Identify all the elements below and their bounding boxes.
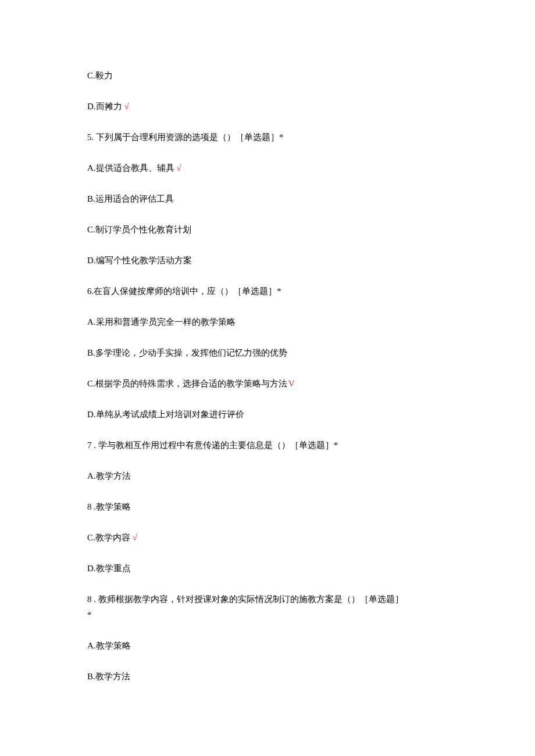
option-c: C.根据学员的特殊需求，选择合适的教学策略与方法V (87, 378, 448, 390)
option-c: C.制订学员个性化教育计划 (87, 224, 448, 236)
option-b: B.多学理论，少动手实操，发挥他们记忆力强的优势 (87, 347, 448, 359)
option-d: D.单纯从考试成绩上对培训对象进行评价 (87, 409, 448, 421)
question-stem: 6.在盲人保健按摩师的培训中，应（）［单选题］* (87, 285, 448, 298)
option-c: C.毅力 (87, 70, 448, 82)
option-a: A.提供适合教具、辅具√ (87, 162, 448, 174)
check-mark-icon: √ (133, 533, 137, 542)
option-a: A.教学方法 (87, 470, 448, 482)
check-mark-icon: V (288, 379, 295, 388)
option-c: C.教学内容√ (87, 532, 448, 544)
option-a: A.采用和普通学员完全一样的教学策略 (87, 316, 448, 328)
question-stem: 5. 下列属于合理利用资源的选项是（）［单选题］* (87, 131, 448, 144)
option-text: C.教学内容 (87, 533, 130, 542)
option-text: D.教学重点 (87, 564, 131, 573)
question-text-line2: * (87, 609, 448, 621)
option-text: C.毅力 (87, 71, 113, 80)
question-stem: 7 . 学与教相互作用过程中有意传递的主要信息是（）［单选题］* (87, 439, 448, 452)
option-b: B.运用适合的评估工具 (87, 193, 448, 205)
option-b: B.教学方法 (87, 671, 448, 683)
question-text: 7 . 学与教相互作用过程中有意传递的主要信息是（）［单选题］* (87, 440, 338, 450)
question-text: 5. 下列属于合理利用资源的选项是（）［单选题］* (87, 132, 284, 142)
question-text-line1: 8 . 教师根据教学内容，针对授课对象的实际情况制订的施教方案是（）［单选题］ (87, 593, 448, 605)
option-text: B.教学方法 (87, 672, 130, 681)
option-text: A.提供适合教具、辅具 (87, 163, 174, 173)
option-text: C.根据学员的特殊需求，选择合适的教学策略与方法 (87, 379, 287, 388)
option-text: D.单纯从考试成绩上对培训对象进行评价 (87, 410, 244, 419)
option-text: A.教学策略 (87, 641, 131, 650)
option-text: B.运用适合的评估工具 (87, 194, 174, 203)
option-text: A.采用和普通学员完全一样的教学策略 (87, 317, 236, 327)
option-text: D.编写个性化教学活动方案 (87, 256, 192, 265)
option-text: B.多学理论，少动手实操，发挥他们记忆力强的优势 (87, 348, 287, 357)
option-text: 8 .教学策略 (87, 502, 131, 511)
option-d: D.而摊力√ (87, 101, 448, 113)
question-text: 6.在盲人保健按摩师的培训中，应（）［单选题］* (87, 286, 281, 296)
option-a: A.教学策略 (87, 640, 448, 652)
check-mark-icon: √ (177, 163, 181, 173)
option-d: D.编写个性化教学活动方案 (87, 255, 448, 267)
option-d: D.教学重点 (87, 562, 448, 575)
option-text: C.制订学员个性化教育计划 (87, 225, 191, 234)
option-b: 8 .教学策略 (87, 501, 448, 513)
option-text: D.而摊力 (87, 102, 122, 111)
option-text: A.教学方法 (87, 471, 131, 481)
question-stem: 8 . 教师根据教学内容，针对授课对象的实际情况制订的施教方案是（）［单选题］ … (87, 593, 448, 621)
check-mark-icon: √ (124, 102, 129, 111)
